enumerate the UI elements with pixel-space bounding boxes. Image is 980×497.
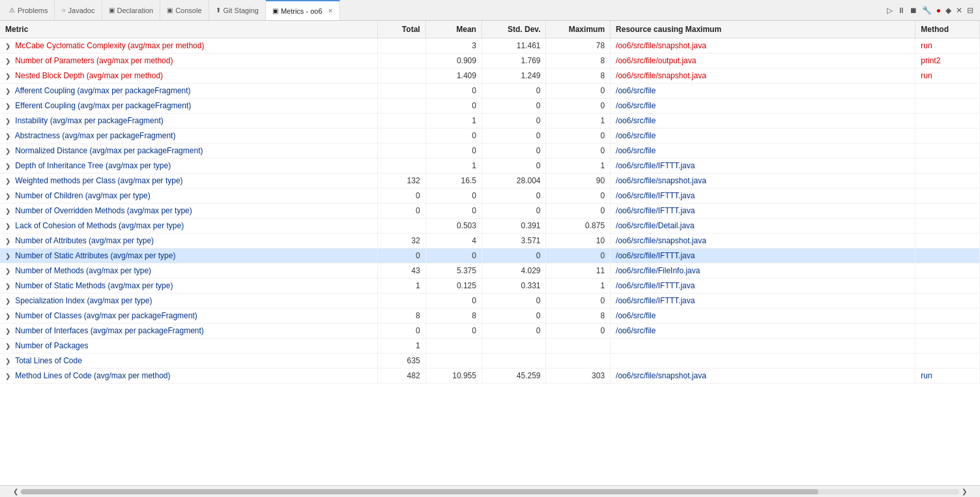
expand-arrow[interactable]: ❯ xyxy=(5,327,10,335)
metric-method[interactable] xyxy=(915,218,980,233)
table-row[interactable]: ❯ Afferent Coupling (avg/max per package… xyxy=(0,83,980,98)
scroll-left-arrow[interactable]: ❮ xyxy=(10,488,21,495)
metric-name-cell[interactable]: ❯ Normalized Distance (avg/max per packa… xyxy=(0,143,377,158)
metric-resource[interactable]: /oo6/src/file xyxy=(611,98,915,113)
metric-resource[interactable]: /oo6/src/file/IFTTT.java xyxy=(611,279,915,294)
toolbar-run-btn[interactable]: ▷ xyxy=(886,5,894,16)
expand-arrow[interactable]: ❯ xyxy=(5,207,10,215)
metric-name-cell[interactable]: ❯ Afferent Coupling (avg/max per package… xyxy=(0,83,377,98)
metric-name-cell[interactable]: ❯ Instability (avg/max per packageFragme… xyxy=(0,113,377,128)
table-row[interactable]: ❯ Number of Interfaces (avg/max per pack… xyxy=(0,324,980,339)
table-row[interactable]: ❯ Weighted methods per Class (avg/max pe… xyxy=(0,173,980,188)
metric-resource[interactable]: /oo6/src/file xyxy=(611,128,915,143)
metric-name-label[interactable]: Normalized Distance (avg/max per package… xyxy=(15,146,203,155)
metric-method[interactable]: run xyxy=(915,38,980,53)
expand-arrow[interactable]: ❯ xyxy=(5,342,10,350)
metric-method[interactable] xyxy=(915,339,980,354)
metric-name-label[interactable]: Abstractness (avg/max per packageFragmen… xyxy=(15,131,176,140)
table-row[interactable]: ❯ Efferent Coupling (avg/max per package… xyxy=(0,98,980,113)
metric-name-cell[interactable]: ❯ Number of Static Methods (avg/max per … xyxy=(0,279,377,294)
tab-javadoc[interactable]: ○ Javadoc xyxy=(55,0,102,20)
table-row[interactable]: ❯ Number of Packages 1 xyxy=(0,339,980,354)
metric-resource[interactable]: /oo6/src/file/snapshot.java xyxy=(611,233,915,248)
metric-name-label[interactable]: Method Lines of Code (avg/max per method… xyxy=(15,371,170,380)
metric-method[interactable] xyxy=(915,248,980,264)
expand-arrow[interactable]: ❯ xyxy=(5,357,10,365)
metric-name-cell[interactable]: ❯ Lack of Cohesion of Methods (avg/max p… xyxy=(0,218,377,233)
metric-method[interactable] xyxy=(915,233,980,248)
metric-resource[interactable]: /oo6/src/file/snapshot.java xyxy=(611,173,915,188)
metric-resource[interactable]: /oo6/src/file/IFTTT.java xyxy=(611,158,915,173)
expand-arrow[interactable]: ❯ xyxy=(5,102,10,110)
metric-name-cell[interactable]: ❯ Method Lines of Code (avg/max per meth… xyxy=(0,369,377,384)
table-row[interactable]: ❯ Number of Static Attributes (avg/max p… xyxy=(0,248,980,264)
table-row[interactable]: ❯ Number of Parameters (avg/max per meth… xyxy=(0,53,980,68)
table-row[interactable]: ❯ Normalized Distance (avg/max per packa… xyxy=(0,143,980,158)
table-row[interactable]: ❯ Lack of Cohesion of Methods (avg/max p… xyxy=(0,218,980,233)
metric-name-label[interactable]: Instability (avg/max per packageFragment… xyxy=(15,116,163,125)
metric-name-cell[interactable]: ❯ Number of Classes (avg/max per package… xyxy=(0,309,377,324)
metric-name-label[interactable]: McCabe Cyclomatic Complexity (avg/max pe… xyxy=(15,41,204,50)
metric-resource[interactable] xyxy=(611,339,915,354)
table-row[interactable]: ❯ Instability (avg/max per packageFragme… xyxy=(0,113,980,128)
expand-arrow[interactable]: ❯ xyxy=(5,267,10,275)
expand-arrow[interactable]: ❯ xyxy=(5,132,10,140)
metric-name-label[interactable]: Number of Classes (avg/max per packageFr… xyxy=(15,311,197,320)
metric-method[interactable] xyxy=(915,173,980,188)
metric-resource[interactable]: /oo6/src/file xyxy=(611,83,915,98)
table-row[interactable]: ❯ Number of Methods (avg/max per type) 4… xyxy=(0,264,980,279)
metric-name-cell[interactable]: ❯ Number of Children (avg/max per type) xyxy=(0,188,377,203)
metric-resource[interactable]: /oo6/src/file/snapshot.java xyxy=(611,68,915,83)
metric-name-cell[interactable]: ❯ Specialization Index (avg/max per type… xyxy=(0,294,377,309)
metric-name-cell[interactable]: ❯ Number of Attributes (avg/max per type… xyxy=(0,233,377,248)
expand-arrow[interactable]: ❯ xyxy=(5,282,10,290)
table-row[interactable]: ❯ Number of Classes (avg/max per package… xyxy=(0,309,980,324)
metric-method[interactable]: run xyxy=(915,68,980,83)
expand-arrow[interactable]: ❯ xyxy=(5,72,10,80)
metric-resource[interactable]: /oo6/src/file xyxy=(611,309,915,324)
table-row[interactable]: ❯ Specialization Index (avg/max per type… xyxy=(0,294,980,309)
metric-name-cell[interactable]: ❯ Efferent Coupling (avg/max per package… xyxy=(0,98,377,113)
horizontal-scrollbar-thumb[interactable] xyxy=(21,489,818,494)
metric-resource[interactable]: /oo6/src/file/Detail.java xyxy=(611,218,915,233)
metric-name-cell[interactable]: ❯ Number of Methods (avg/max per type) xyxy=(0,264,377,279)
metric-method[interactable] xyxy=(915,279,980,294)
metric-resource[interactable]: /oo6/src/file xyxy=(611,324,915,339)
metric-name-cell[interactable]: ❯ Depth of Inheritance Tree (avg/max per… xyxy=(0,158,377,173)
table-row[interactable]: ❯ Nested Block Depth (avg/max per method… xyxy=(0,68,980,83)
metric-name-label[interactable]: Number of Attributes (avg/max per type) xyxy=(15,236,154,245)
metric-resource[interactable]: /oo6/src/file/IFTTT.java xyxy=(611,203,915,218)
metric-name-label[interactable]: Lack of Cohesion of Methods (avg/max per… xyxy=(15,221,184,230)
metric-name-cell[interactable]: ❯ Number of Static Attributes (avg/max p… xyxy=(0,248,377,264)
metric-resource[interactable]: /oo6/src/file/IFTTT.java xyxy=(611,294,915,309)
metric-resource[interactable] xyxy=(611,354,915,369)
expand-arrow[interactable]: ❯ xyxy=(5,312,10,320)
tab-metrics-close[interactable]: ✕ xyxy=(328,7,333,14)
metric-name-cell[interactable]: ❯ Number of Overridden Methods (avg/max … xyxy=(0,203,377,218)
metric-name-cell[interactable]: ❯ Abstractness (avg/max per packageFragm… xyxy=(0,128,377,143)
toolbar-diamond-btn[interactable]: ◆ xyxy=(944,5,953,16)
metric-resource[interactable]: /oo6/src/file/snapshot.java xyxy=(611,369,915,384)
toolbar-close-btn[interactable]: ✕ xyxy=(955,5,964,16)
metric-resource[interactable]: /oo6/src/file/output.java xyxy=(611,53,915,68)
expand-arrow[interactable]: ❯ xyxy=(5,177,10,185)
metric-method[interactable] xyxy=(915,83,980,98)
table-row[interactable]: ❯ Method Lines of Code (avg/max per meth… xyxy=(0,369,980,384)
toolbar-stop-btn[interactable]: ⏹ xyxy=(908,5,919,16)
metric-name-cell[interactable]: ❯ Number of Interfaces (avg/max per pack… xyxy=(0,324,377,339)
metric-name-cell[interactable]: ❯ Total Lines of Code xyxy=(0,354,377,369)
metric-resource[interactable]: /oo6/src/file xyxy=(611,113,915,128)
metric-name-label[interactable]: Weighted methods per Class (avg/max per … xyxy=(15,176,182,185)
toolbar-tool-btn[interactable]: 🔧 xyxy=(921,5,933,16)
table-row[interactable]: ❯ Number of Attributes (avg/max per type… xyxy=(0,233,980,248)
metric-method[interactable]: run xyxy=(915,369,980,384)
metric-method[interactable] xyxy=(915,354,980,369)
metric-method[interactable] xyxy=(915,113,980,128)
metric-name-label[interactable]: Number of Overridden Methods (avg/max pe… xyxy=(15,206,192,215)
tab-metrics[interactable]: ▣ Metrics - oo6 ✕ xyxy=(266,0,340,20)
metric-name-label[interactable]: Afferent Coupling (avg/max per packageFr… xyxy=(15,86,191,95)
metric-method[interactable] xyxy=(915,203,980,218)
metric-method[interactable] xyxy=(915,143,980,158)
metric-name-label[interactable]: Total Lines of Code xyxy=(15,356,82,365)
metric-method[interactable] xyxy=(915,158,980,173)
